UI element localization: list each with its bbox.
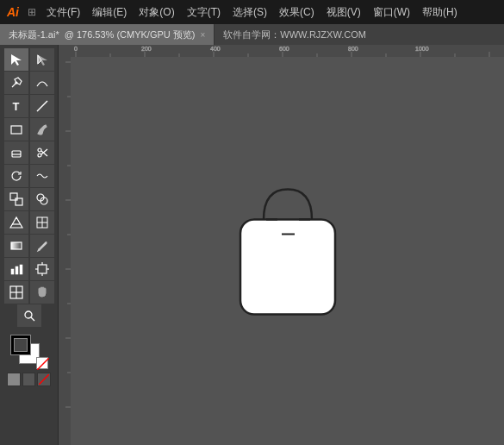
svg-point-8 bbox=[38, 148, 41, 152]
none-icon[interactable] bbox=[37, 373, 51, 386]
menu-file[interactable]: 文件(F) bbox=[41, 3, 85, 22]
tab-close-button[interactable]: × bbox=[200, 30, 205, 40]
graph-tools-row bbox=[2, 258, 56, 280]
svg-line-35 bbox=[37, 358, 49, 370]
canvas-area: 0 200 400 600 800 1000 bbox=[59, 45, 504, 445]
menu-object[interactable]: 对象(O) bbox=[134, 3, 179, 22]
svg-text:200: 200 bbox=[141, 46, 152, 52]
svg-rect-13 bbox=[16, 198, 22, 205]
eraser-tools-row bbox=[2, 141, 56, 164]
color-section bbox=[2, 331, 56, 390]
slice-tools-row bbox=[2, 281, 56, 304]
svg-rect-23 bbox=[16, 266, 18, 274]
perspective-tool[interactable] bbox=[4, 211, 28, 234]
svg-text:800: 800 bbox=[348, 46, 358, 52]
menu-help[interactable]: 帮助(H) bbox=[417, 3, 463, 22]
main-area: T bbox=[0, 45, 504, 445]
gradient-tool[interactable] bbox=[4, 235, 28, 257]
ruler-horizontal: 0 200 400 600 800 1000 bbox=[59, 45, 504, 57]
rotate-tool[interactable] bbox=[4, 165, 28, 187]
svg-rect-25 bbox=[38, 265, 47, 273]
mesh-tool[interactable] bbox=[30, 211, 54, 234]
app-logo: Ai bbox=[7, 5, 19, 19]
svg-line-4 bbox=[37, 101, 47, 111]
direct-selection-tool[interactable] bbox=[30, 48, 54, 71]
svg-marker-16 bbox=[10, 217, 22, 228]
zoom-tool[interactable] bbox=[17, 304, 41, 327]
warp-tool[interactable] bbox=[30, 165, 54, 187]
svg-marker-0 bbox=[11, 54, 22, 66]
rectangle-tool[interactable] bbox=[4, 118, 28, 141]
svg-line-36 bbox=[39, 374, 49, 385]
shopping-bag-artwork bbox=[219, 172, 357, 330]
perspective-tools-row bbox=[2, 211, 56, 234]
rotate-tools-row bbox=[2, 165, 56, 187]
selection-tool[interactable] bbox=[4, 48, 28, 71]
stroke-indicator[interactable] bbox=[36, 357, 48, 369]
tab-label: 未标题-1.ai* bbox=[9, 28, 59, 41]
graph-tool[interactable] bbox=[4, 258, 28, 280]
curvature-tool[interactable] bbox=[30, 72, 54, 94]
tab-info: @ 176.53% (CMYK/GPU 预览) bbox=[65, 28, 196, 41]
svg-rect-21 bbox=[11, 242, 22, 249]
pen-tools-row bbox=[2, 72, 56, 94]
color-swatches bbox=[10, 335, 48, 369]
svg-text:600: 600 bbox=[279, 46, 289, 52]
svg-line-34 bbox=[31, 317, 34, 321]
svg-text:400: 400 bbox=[210, 46, 221, 52]
selection-tools-row bbox=[2, 48, 56, 71]
svg-point-9 bbox=[38, 154, 41, 157]
scissors-tool[interactable] bbox=[30, 141, 54, 164]
menu-edit[interactable]: 编辑(E) bbox=[87, 3, 132, 22]
svg-point-33 bbox=[25, 311, 32, 318]
gradient-icon[interactable] bbox=[22, 373, 36, 386]
ruler-vertical bbox=[59, 45, 71, 445]
tab-bar: 未标题-1.ai* @ 176.53% (CMYK/GPU 预览) × 软件自学… bbox=[0, 24, 504, 45]
type-tools-row: T bbox=[2, 95, 56, 117]
hand-tool[interactable] bbox=[30, 281, 54, 304]
gradient-tools-row bbox=[2, 235, 56, 257]
pen-tool[interactable] bbox=[4, 72, 28, 94]
svg-rect-24 bbox=[20, 265, 22, 274]
menu-window[interactable]: 窗口(W) bbox=[368, 3, 415, 22]
eyedropper-tool[interactable] bbox=[30, 235, 54, 257]
color-icon[interactable] bbox=[7, 373, 21, 386]
menu-text[interactable]: 文字(T) bbox=[182, 3, 226, 22]
menu-view[interactable]: 视图(V) bbox=[321, 3, 366, 22]
zoom-tools-row bbox=[2, 304, 56, 327]
menu-effect[interactable]: 效果(C) bbox=[274, 3, 320, 22]
svg-text:1000: 1000 bbox=[415, 46, 429, 52]
svg-rect-57 bbox=[59, 45, 71, 445]
slice-tool[interactable] bbox=[4, 281, 28, 304]
artboard-tool[interactable] bbox=[30, 258, 54, 280]
tab-document[interactable]: 未标题-1.ai* @ 176.53% (CMYK/GPU 预览) × bbox=[0, 24, 215, 45]
toolbar: T bbox=[0, 45, 59, 445]
window-icon: ⊞ bbox=[28, 6, 36, 18]
svg-text:0: 0 bbox=[74, 46, 78, 52]
paintbrush-tool[interactable] bbox=[30, 118, 54, 141]
svg-rect-22 bbox=[11, 269, 14, 274]
canvas-content bbox=[71, 57, 504, 445]
menu-bar: 文件(F) 编辑(E) 对象(O) 文字(T) 选择(S) 效果(C) 视图(V… bbox=[41, 3, 497, 22]
eraser-tool[interactable] bbox=[4, 141, 28, 164]
title-bar: Ai ⊞ 文件(F) 编辑(E) 对象(O) 文字(T) 选择(S) 效果(C)… bbox=[0, 0, 504, 24]
menu-select[interactable]: 选择(S) bbox=[227, 3, 272, 22]
website-info: 软件自学网：WWW.RJZXW.COM bbox=[215, 24, 504, 45]
color-mode-icons bbox=[7, 373, 51, 386]
stroke-swatch-black[interactable] bbox=[10, 335, 31, 355]
shape-builder-tool[interactable] bbox=[30, 188, 54, 210]
svg-point-3 bbox=[16, 82, 17, 84]
line-tool[interactable] bbox=[30, 95, 54, 117]
svg-rect-5 bbox=[11, 126, 22, 134]
transform-tools-row bbox=[2, 188, 56, 210]
scale-tool[interactable] bbox=[4, 188, 28, 210]
shape-tools-row bbox=[2, 118, 56, 141]
svg-rect-12 bbox=[10, 193, 17, 200]
type-tool[interactable]: T bbox=[4, 95, 28, 117]
